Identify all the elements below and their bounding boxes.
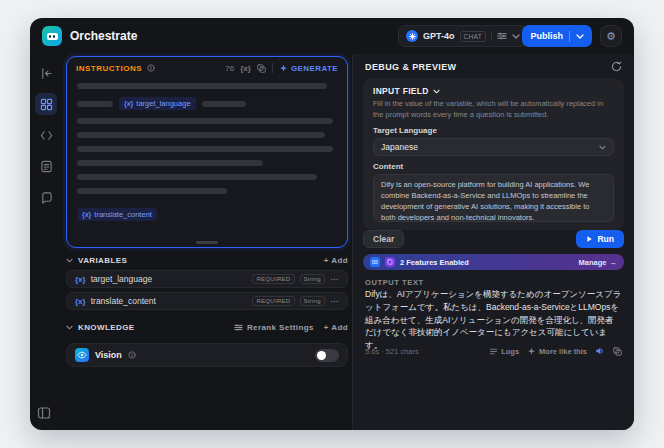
insert-variable-icon[interactable]: {x} bbox=[240, 64, 251, 73]
prompt-line bbox=[77, 146, 333, 152]
more-options-icon[interactable] bbox=[330, 275, 339, 284]
variable-chip-label: target_language bbox=[136, 99, 190, 108]
logs-label: Logs bbox=[501, 347, 519, 356]
logs-nav-icon[interactable] bbox=[35, 155, 57, 177]
model-selector[interactable]: GPT-4o CHAT bbox=[398, 25, 528, 47]
char-count: 76 bbox=[225, 64, 234, 73]
prompt-line bbox=[77, 160, 263, 166]
required-badge: REQUIRED bbox=[252, 274, 294, 284]
output-text-title: OUTPUT TEXT bbox=[365, 278, 424, 287]
settings-button[interactable]: ⚙ bbox=[600, 25, 622, 47]
chevron-down-icon bbox=[599, 145, 606, 150]
target-language-value: Japanese bbox=[381, 142, 418, 152]
divider bbox=[272, 63, 273, 73]
prompt-line bbox=[77, 188, 227, 194]
model-settings-icon[interactable] bbox=[497, 31, 507, 41]
variable-chip-translate-content[interactable]: {x} translate_content bbox=[77, 208, 157, 221]
model-mode-badge: CHAT bbox=[460, 31, 486, 42]
orchestrate-nav-icon[interactable] bbox=[35, 93, 57, 115]
target-language-select[interactable]: Japanese bbox=[373, 138, 614, 156]
generate-button[interactable]: GENERATE bbox=[279, 64, 338, 73]
feature-icon-2 bbox=[385, 257, 395, 267]
input-field-card: INPUT FIELD Fill in the value of the var… bbox=[363, 78, 624, 230]
prompt-line bbox=[77, 83, 327, 89]
exit-app-icon[interactable] bbox=[35, 62, 57, 84]
content-textarea[interactable]: Dify is an open-source platform for buil… bbox=[373, 174, 614, 222]
variable-row-translate-content[interactable]: {x} translate_content REQUIRED String bbox=[66, 292, 348, 310]
chevron-down-icon[interactable] bbox=[66, 258, 73, 263]
variable-row-target-language[interactable]: {x} target_language REQUIRED String bbox=[66, 270, 348, 288]
variable-token: {x} bbox=[75, 275, 86, 284]
vision-feature-row: Vision bbox=[66, 343, 348, 367]
publish-button[interactable]: Publish bbox=[522, 25, 592, 47]
gear-icon: ⚙ bbox=[606, 30, 616, 43]
prompt-line bbox=[77, 132, 325, 138]
features-enabled-label: 2 Features Enabled bbox=[400, 258, 469, 267]
input-field-header[interactable]: INPUT FIELD bbox=[373, 86, 614, 96]
eye-icon bbox=[75, 348, 89, 362]
manage-features-button[interactable]: Manage → bbox=[579, 258, 617, 267]
input-field-description: Fill in the value of the variable, which… bbox=[373, 99, 614, 120]
variables-title: VARIABLES bbox=[78, 256, 127, 265]
more-like-this-button[interactable]: More like this bbox=[527, 347, 587, 356]
clear-button[interactable]: Clear bbox=[363, 230, 404, 248]
variables-section-header: VARIABLES + Add bbox=[66, 256, 348, 265]
generate-label: GENERATE bbox=[291, 64, 338, 73]
prompt-body: {x} target_language {x} translate_conten… bbox=[67, 77, 347, 235]
annotation-nav-icon[interactable] bbox=[35, 186, 57, 208]
page-title: Orchestrate bbox=[70, 29, 137, 43]
copy-icon[interactable] bbox=[613, 347, 622, 356]
more-options-icon[interactable] bbox=[330, 297, 339, 306]
output-text: Difyは、AIアプリケーションを構築するためのオープンソースプラットフォームで… bbox=[365, 288, 622, 352]
left-icon-rail bbox=[30, 54, 62, 430]
toggle-knob bbox=[317, 351, 326, 360]
variable-token: {x} bbox=[75, 297, 86, 306]
instructions-header: INSTRUCTIONS 76 {x} GENERATE bbox=[67, 57, 347, 77]
refresh-icon[interactable] bbox=[611, 61, 622, 72]
type-badge: String bbox=[300, 274, 325, 284]
api-nav-icon[interactable] bbox=[35, 124, 57, 146]
variable-name: target_language bbox=[91, 274, 152, 284]
variable-name: translate_content bbox=[91, 296, 156, 306]
debug-preview-title: DEBUG & PREVIEW bbox=[365, 62, 457, 72]
chevron-down-icon[interactable] bbox=[66, 325, 73, 330]
run-label: Run bbox=[597, 234, 614, 244]
debug-preview-panel: DEBUG & PREVIEW INPUT FIELD Fill in the … bbox=[352, 54, 634, 430]
logs-button[interactable]: Logs bbox=[489, 347, 519, 356]
openai-model-icon bbox=[406, 30, 418, 42]
output-meta: 5.6s · 521 chars bbox=[365, 347, 419, 356]
content-label: Content bbox=[373, 162, 614, 171]
variable-chip-target-language[interactable]: {x} target_language bbox=[119, 97, 196, 110]
info-icon[interactable] bbox=[147, 64, 155, 72]
type-badge: String bbox=[300, 296, 325, 306]
vision-toggle[interactable] bbox=[315, 349, 339, 362]
instructions-title: INSTRUCTIONS bbox=[76, 64, 142, 73]
add-knowledge-button[interactable]: + Add bbox=[324, 323, 348, 332]
model-expand-icon[interactable] bbox=[512, 34, 520, 39]
instructions-editor[interactable]: INSTRUCTIONS 76 {x} GENERATE bbox=[66, 56, 348, 248]
add-variable-button[interactable]: + Add bbox=[324, 256, 348, 265]
knowledge-section-header: KNOWLEDGE Rerank Settings + Add bbox=[66, 323, 348, 332]
chevron-down-icon bbox=[576, 34, 584, 39]
info-icon[interactable] bbox=[128, 351, 136, 359]
prompt-line bbox=[77, 118, 333, 124]
variable-chip-label: translate_content bbox=[94, 210, 152, 219]
variable-token: {x} bbox=[82, 211, 91, 218]
robot-face-icon bbox=[47, 33, 58, 40]
features-enabled-bar[interactable]: 2 Features Enabled Manage → bbox=[363, 254, 624, 270]
arrow-right-icon: → bbox=[610, 258, 618, 267]
speaker-icon[interactable] bbox=[595, 346, 605, 356]
rerank-settings-button[interactable]: Rerank Settings bbox=[234, 323, 314, 332]
resize-handle[interactable] bbox=[196, 241, 218, 244]
app-window: Orchestrate GPT-4o CHAT Publish ⚙ bbox=[30, 18, 634, 430]
collapse-panel-icon[interactable] bbox=[37, 406, 51, 420]
prompt-line bbox=[77, 174, 317, 180]
output-footer: 5.6s · 521 chars Logs More like this bbox=[365, 346, 622, 356]
target-language-label: Target Language bbox=[373, 126, 614, 135]
prompt-line bbox=[77, 101, 113, 107]
copy-icon[interactable] bbox=[257, 64, 266, 73]
run-button[interactable]: Run bbox=[576, 230, 624, 248]
variable-token: {x} bbox=[124, 100, 133, 107]
vision-label: Vision bbox=[95, 350, 122, 360]
input-field-title: INPUT FIELD bbox=[373, 86, 429, 96]
